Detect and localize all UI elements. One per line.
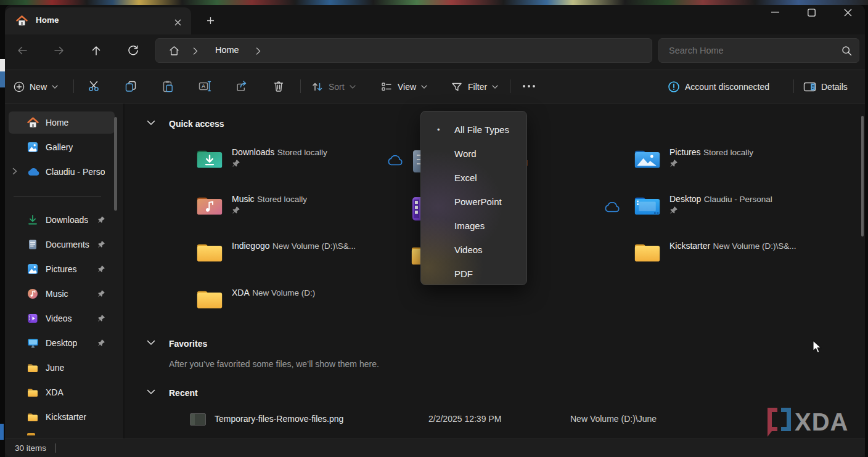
sidebar-item-desktop[interactable]: Desktop — [9, 332, 115, 354]
sidebar-item-music[interactable]: Music — [9, 283, 115, 305]
item-name: Desktop — [669, 194, 701, 204]
tab-home[interactable]: Home — [5, 7, 191, 34]
quick-access-item-indiegogo[interactable]: Indiegogo New Volume (D:)\S&... — [196, 240, 356, 264]
pin-icon — [97, 216, 105, 224]
recent-collapse-chevron[interactable] — [147, 389, 155, 395]
details-button[interactable]: Details — [803, 76, 848, 98]
refresh-button[interactable] — [122, 39, 144, 62]
xda-right-bracket — [781, 408, 791, 431]
quick-access-item-kickstarter[interactable]: Kickstarter New Volume (D:)\S&... — [634, 240, 796, 264]
menu-item-all-file-types[interactable]: • All File Types — [421, 118, 526, 142]
maximize-button[interactable] — [800, 1, 822, 23]
breadcrumb-home-icon[interactable] — [168, 45, 180, 57]
pin-icon — [97, 339, 105, 347]
filter-button-label: Filter — [468, 82, 487, 92]
breadcrumb-chevron-icon-2[interactable] — [256, 47, 261, 55]
music-folder-icon — [196, 193, 223, 217]
recent-file-row[interactable]: Temporary-files-Remove-files.png 2/2/202… — [182, 410, 848, 429]
view-button[interactable]: View — [380, 76, 427, 98]
menu-item-pdf[interactable]: PDF — [421, 262, 526, 286]
quick-access-item-desktop[interactable]: Desktop Claudiu - Personal — [634, 193, 772, 217]
copy-button[interactable] — [120, 75, 142, 97]
sidebar-item-label: Pictures — [46, 264, 77, 274]
menu-item-excel[interactable]: Excel — [421, 166, 526, 190]
forward-button[interactable] — [48, 39, 70, 62]
sidebar-item-kickstarter[interactable]: Kickstarter — [9, 406, 115, 428]
share-button[interactable] — [231, 75, 253, 97]
account-status-button[interactable]: Account disconnected — [668, 76, 769, 98]
pictures-icon — [27, 264, 38, 275]
cut-button[interactable] — [83, 75, 105, 97]
item-caption: New Volume (D:)\S&... — [272, 241, 356, 251]
delete-button[interactable] — [268, 75, 290, 97]
status-divider — [55, 443, 55, 453]
menu-item-word[interactable]: Word — [421, 142, 526, 166]
tab-close-button[interactable] — [171, 16, 184, 28]
main-scrollbar[interactable] — [861, 116, 864, 237]
pin-icon — [669, 206, 772, 214]
filter-button[interactable]: Filter — [451, 76, 498, 98]
favorites-collapse-chevron[interactable] — [147, 340, 155, 346]
account-status-label: Account disconnected — [685, 82, 769, 92]
sidebar-item-label: Downloads — [46, 215, 88, 225]
sort-icon — [311, 81, 324, 93]
quick-access-item-pictures[interactable]: Pictures Stored locally — [634, 147, 753, 170]
details-pane-icon — [803, 81, 816, 93]
menu-item-powerpoint[interactable]: PowerPoint — [421, 190, 526, 214]
sidebar-scrollbar[interactable] — [114, 117, 117, 211]
quick-access-item-music[interactable]: Music Stored locally — [196, 193, 307, 217]
svg-text:A: A — [202, 83, 205, 89]
sidebar-item-home[interactable]: Home — [9, 111, 115, 134]
search-box[interactable] — [658, 38, 859, 63]
sidebar-item-gallery[interactable]: Gallery — [9, 136, 115, 158]
item-caption: New Volume (D:)\S&... — [713, 241, 796, 251]
item-caption: Claudiu - Personal — [704, 195, 772, 204]
breadcrumb-segment-home[interactable]: Home — [215, 45, 239, 55]
sidebar-item-june[interactable]: June — [9, 357, 115, 379]
menu-item-label: Word — [454, 148, 477, 159]
expand-chevron-icon[interactable] — [12, 168, 17, 175]
paste-button[interactable] — [157, 75, 179, 97]
new-tab-button[interactable] — [203, 14, 217, 27]
sidebar-item-pictures[interactable]: Pictures — [9, 258, 115, 280]
sidebar-item-label: XDA — [46, 387, 63, 397]
xda-letters: XDA — [795, 408, 848, 435]
home-icon — [27, 117, 39, 128]
item-name: XDA — [232, 288, 250, 297]
view-button-label: View — [398, 82, 416, 92]
menu-item-images[interactable]: Images — [421, 214, 526, 238]
occluded-videos-item-icon — [411, 196, 421, 222]
search-input[interactable] — [669, 39, 835, 62]
document-icon — [27, 239, 38, 250]
new-button[interactable]: New — [14, 76, 58, 98]
quick-access-item-downloads[interactable]: Downloads Stored locally — [196, 147, 327, 170]
chevron-down-icon — [350, 85, 356, 89]
sort-button[interactable]: Sort — [311, 76, 356, 98]
sidebar-item-downloads[interactable]: Downloads — [9, 209, 115, 231]
sidebar-item-videos[interactable]: Videos — [9, 307, 115, 330]
close-window-button[interactable] — [837, 1, 859, 23]
desktop-icon — [27, 338, 39, 349]
minimize-button[interactable] — [764, 1, 786, 23]
breadcrumb-bar[interactable]: Home — [155, 38, 652, 63]
desktop-folder-icon — [634, 193, 661, 217]
sidebar-item-documents[interactable]: Documents — [9, 233, 115, 256]
pin-icon — [97, 240, 105, 248]
pin-icon — [97, 314, 105, 322]
downloads-folder-icon — [196, 147, 223, 170]
more-options-button[interactable] — [518, 75, 540, 97]
desktop-strip — [0, 0, 868, 5]
breadcrumb-chevron-icon[interactable] — [193, 47, 198, 55]
quick-access-item-xda[interactable]: XDA New Volume (D:) — [196, 287, 315, 310]
sidebar-item-label: Desktop — [46, 338, 77, 348]
quick-access-collapse-chevron[interactable] — [147, 120, 155, 126]
back-button[interactable] — [11, 39, 33, 62]
search-icon[interactable] — [841, 46, 852, 56]
item-caption: Stored locally — [257, 195, 307, 204]
sidebar-item-xda[interactable]: XDA — [9, 381, 115, 403]
rename-button[interactable]: A — [194, 75, 216, 97]
menu-item-videos[interactable]: Videos — [421, 238, 526, 262]
sidebar-item-onedrive[interactable]: Claudiu - Person — [9, 161, 115, 183]
up-button[interactable] — [85, 39, 107, 62]
toolbar-divider — [73, 79, 74, 93]
